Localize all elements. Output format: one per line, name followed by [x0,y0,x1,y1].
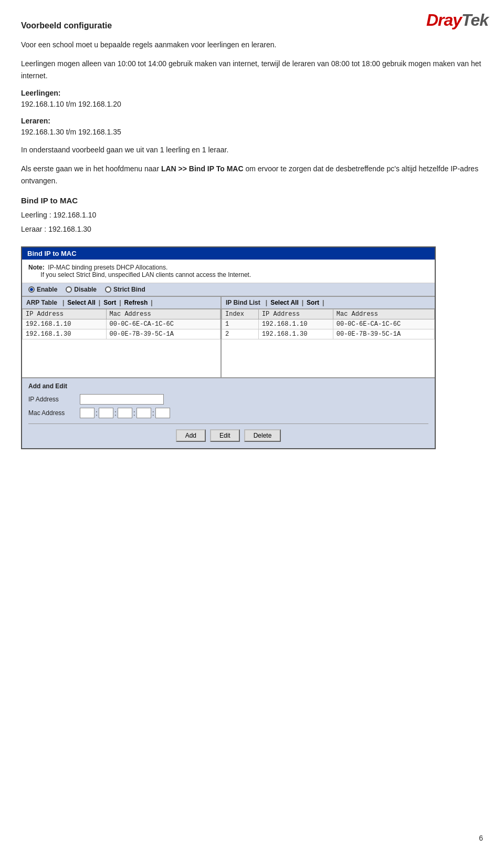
radio-row: Enable Disable Strict Bind [22,283,435,296]
ip-bind-table-row[interactable]: 2192.168.1.3000-0E-7B-39-5C-1A [222,329,435,339]
mac-address-row: Mac Address : : : : [28,408,428,418]
logo-dray: Dray [426,11,461,29]
ip-bind-header: IP Bind List | Select All | Sort | [222,297,435,309]
bind-ip-title: Bind IP to MAC [21,196,483,205]
ip-bind-col-mac: Mac Address [333,309,434,319]
leerlingen-section: Leerlingen: 192.168.1.10 t/m 192.168.1.2… [21,89,483,110]
arp-select-all-link[interactable]: Select All [65,299,98,306]
arp-ip: 192.168.1.10 [23,319,107,329]
ip-bind-col-ip: IP Address [258,309,333,319]
mac-octet-3[interactable] [118,408,132,418]
ip-bind-table-wrapper: Index IP Address Mac Address 1192.168.1.… [222,309,435,377]
arp-table-wrapper: IP Address Mac Address 192.168.1.1000-0C… [22,309,220,377]
ip-bind-ip: 192.168.1.10 [258,319,333,329]
arp-mac: 00-0C-6E-CA-1C-6C [106,319,220,329]
ip-bind-ip: 192.168.1.30 [258,329,333,339]
page-heading: Voorbeeld configuratie [21,21,483,30]
delete-button[interactable]: Delete [244,429,281,442]
arp-col-ip: IP Address [23,309,107,319]
arp-mac: 00-0E-7B-39-5C-1A [106,329,220,339]
add-edit-section: Add and Edit IP Address Mac Address : : … [22,377,435,448]
ip-list: Leerling : 192.168.1.10 Leraar : 192.168… [21,208,483,236]
leerling-ip: Leerling : 192.168.1.10 [21,208,483,222]
leraren-title: Leraren: [21,117,483,125]
tables-row: ARP Table | Select All | Sort | Refresh … [22,296,435,377]
ip-bind-section: IP Bind List | Select All | Sort | Index… [222,297,435,377]
ip-bind-index: 2 [222,329,259,339]
note-label: Note: [28,264,45,271]
ip-address-label: IP Address [28,396,76,403]
mac-address-label: Mac Address [28,409,76,417]
radio-disable-dot [66,286,72,293]
arp-table-title: ARP Table [26,299,57,306]
leraren-range: 192.168.1.30 t/m 192.168.1.35 [21,126,483,138]
ip-bind-sort-link[interactable]: Sort [304,299,321,306]
arp-table-row[interactable]: 192.168.1.1000-0C-6E-CA-1C-6C [23,319,220,329]
button-row: Add Edit Delete [28,423,428,442]
ip-bind-table-row[interactable]: 1192.168.1.1000-0C-6E-CA-1C-6C [222,319,435,329]
ip-bind-index: 1 [222,319,259,329]
ip-bind-col-index: Index [222,309,259,319]
example-intro: In onderstaand voorbeeld gaan we uit van… [21,144,483,156]
note-line1: IP-MAC binding presets DHCP Allocations. [48,264,167,271]
mac-octet-5[interactable] [155,408,170,418]
leerlingen-range: 192.168.1.10 t/m 192.168.1.20 [21,98,483,110]
leerlingen-title: Leerlingen: [21,89,483,97]
ip-bind-title: IP Bind List [226,299,260,306]
ui-box-header: Bind IP to MAC [22,247,435,260]
nav-instruction-p1: Als eerste gaan we in het hoofdmenu naar [21,164,161,173]
radio-strict-bind[interactable]: Strict Bind [105,286,145,293]
arp-ip: 192.168.1.30 [23,329,107,339]
radio-strict-bind-dot [105,286,111,293]
note-line2: If you select Strict Bind, unspecified L… [40,271,251,278]
mac-octet-4[interactable] [136,408,151,418]
nav-instruction: Als eerste gaan we in het hoofdmenu naar… [21,163,483,187]
arp-table-header: ARP Table | Select All | Sort | Refresh … [22,297,220,309]
add-button[interactable]: Add [176,429,206,442]
add-edit-title: Add and Edit [28,383,428,390]
nav-instruction-bold: LAN >> Bind IP To MAC [161,164,244,173]
leraren-section: Leraren: 192.168.1.30 t/m 192.168.1.35 [21,117,483,138]
mac-inputs: : : : : [80,408,170,418]
arp-table-row[interactable]: 192.168.1.3000-0E-7B-39-5C-1A [23,329,220,339]
radio-disable-label: Disable [74,286,97,293]
ip-bind-table: Index IP Address Mac Address 1192.168.1.… [222,309,435,339]
arp-sort-link[interactable]: Sort [101,299,118,306]
ip-address-row: IP Address [28,394,428,405]
arp-refresh-link[interactable]: Refresh [122,299,150,306]
radio-enable-dot [28,286,35,293]
ip-bind-mac: 00-0C-6E-CA-1C-6C [333,319,434,329]
intro-paragraph: Voor een school moet u bepaalde regels a… [21,39,483,50]
ip-address-input[interactable] [80,394,164,405]
logo-tek: Tek [461,11,488,29]
radio-disable[interactable]: Disable [66,286,97,293]
ui-note: Note: IP-MAC binding presets DHCP Alloca… [22,260,435,283]
arp-col-mac: Mac Address [106,309,220,319]
edit-button[interactable]: Edit [210,429,240,442]
bind-ip-mac-box: Bind IP to MAC Note: IP-MAC binding pres… [21,246,436,449]
radio-strict-bind-label: Strict Bind [113,286,145,293]
logo: DrayTek [426,11,488,30]
arp-table: IP Address Mac Address 192.168.1.1000-0C… [22,309,220,339]
leerlingen-leraren-paragraph: Leerlingen mogen alleen van 10:00 tot 14… [21,58,483,81]
arp-table-section: ARP Table | Select All | Sort | Refresh … [22,297,222,377]
mac-octet-1[interactable] [80,408,94,418]
ip-bind-select-all-link[interactable]: Select All [268,299,301,306]
mac-octet-2[interactable] [99,408,113,418]
page-number: 6 [479,834,483,842]
radio-enable-label: Enable [37,286,57,293]
logo-text: DrayTek [426,11,488,29]
ip-bind-mac: 00-0E-7B-39-5C-1A [333,329,434,339]
radio-enable[interactable]: Enable [28,286,57,293]
leraar-ip: Leraar : 192.168.1.30 [21,222,483,236]
